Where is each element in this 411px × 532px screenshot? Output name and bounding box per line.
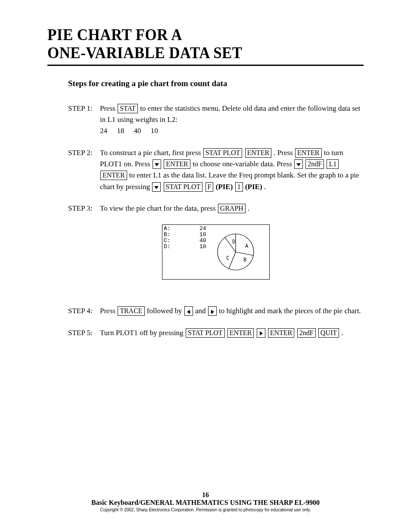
steps-container: STEP 1: Press STAT to enter the statisti… bbox=[68, 103, 364, 339]
step-2: STEP 2: To construct a pie chart, first … bbox=[68, 147, 364, 193]
step-4: STEP 4: Press TRACE followed by and to h… bbox=[68, 305, 364, 317]
key-trace: TRACE bbox=[118, 306, 144, 316]
step-1-label: STEP 1: bbox=[68, 103, 100, 114]
step-4-text-2: followed by bbox=[147, 307, 184, 315]
key-stat-plot: STAT PLOT bbox=[164, 182, 203, 192]
step-3-text-2: . bbox=[248, 204, 249, 212]
step-1: STEP 1: Press STAT to enter the statisti… bbox=[68, 103, 364, 137]
step-2-pie-1: (PIE) bbox=[216, 183, 233, 191]
step-4-text-1: Press bbox=[100, 307, 117, 315]
page-number: 16 bbox=[0, 491, 411, 499]
key-enter: ENTER bbox=[227, 328, 254, 338]
key-2ndf: 2ndF bbox=[297, 328, 316, 338]
key-stat: STAT bbox=[118, 104, 138, 113]
step-2-text-1: To construct a pie chart, first press bbox=[100, 149, 203, 157]
step-2-pie-2: (PIE) bbox=[245, 183, 262, 191]
key-right-arrow-icon bbox=[208, 306, 217, 316]
step-1-text-2: to enter the statistics menu. Delete old… bbox=[100, 104, 360, 124]
svg-marker-2 bbox=[154, 186, 159, 189]
footer-line: Basic Keyboard/GENERAL MATHEMATICS USING… bbox=[0, 499, 411, 507]
calculator-screen: A: B: C: D: 24 18 40 10 A B C D bbox=[162, 224, 270, 280]
page-footer: 16 Basic Keyboard/GENERAL MATHEMATICS US… bbox=[0, 491, 411, 512]
key-down-arrow-icon bbox=[152, 182, 161, 192]
key-1: 1 bbox=[235, 182, 243, 192]
step-3: STEP 3: To view the pie chart for the da… bbox=[68, 203, 364, 214]
key-enter: ENTER bbox=[245, 148, 272, 158]
step-2-label: STEP 2: bbox=[68, 147, 100, 159]
key-stat-plot: STAT PLOT bbox=[186, 328, 225, 338]
step-3-label: STEP 3: bbox=[68, 203, 100, 214]
step-2-text-2: . Press bbox=[274, 149, 295, 157]
slice-label-c: C bbox=[226, 255, 229, 261]
slice-label-a: A bbox=[245, 243, 249, 249]
step-5-text-2: . bbox=[341, 329, 343, 337]
key-f: F bbox=[206, 182, 214, 192]
step-5-text-1: Turn PLOT1 off by pressing bbox=[100, 329, 185, 337]
svg-marker-10 bbox=[260, 331, 263, 336]
key-quit: QUIT bbox=[318, 328, 339, 338]
key-l1: L1 bbox=[327, 159, 339, 169]
key-down-arrow-icon bbox=[294, 159, 303, 169]
key-enter: ENTER bbox=[268, 328, 295, 338]
step-2-text-4: to choose one-variable data. Press bbox=[193, 160, 294, 168]
step-4-label: STEP 4: bbox=[68, 305, 100, 317]
step-4-text-3: and bbox=[195, 307, 208, 315]
svg-line-6 bbox=[229, 252, 236, 269]
svg-line-5 bbox=[236, 252, 253, 255]
slice-label-d: D bbox=[232, 239, 235, 245]
key-enter: ENTER bbox=[100, 171, 127, 180]
key-left-arrow-icon bbox=[184, 306, 193, 316]
svg-marker-9 bbox=[211, 310, 214, 314]
title-rule bbox=[47, 65, 364, 66]
step-1-text-1: Press bbox=[100, 104, 115, 112]
slice-label-b: B bbox=[243, 257, 246, 263]
key-right-arrow-icon bbox=[257, 328, 265, 338]
section-subtitle: Steps for creating a pie chart from coun… bbox=[68, 79, 364, 88]
key-enter: ENTER bbox=[164, 159, 190, 169]
key-graph: GRAPH bbox=[218, 204, 246, 213]
key-stat-plot: STAT PLOT bbox=[203, 148, 243, 158]
step-1-data: 24 18 40 10 bbox=[100, 125, 364, 137]
step-2-text-6: . bbox=[264, 183, 266, 191]
footer-copyright: Copyright © 2002, Sharp Electronics Corp… bbox=[0, 507, 411, 512]
key-enter: ENTER bbox=[295, 148, 322, 158]
svg-marker-8 bbox=[187, 310, 190, 314]
svg-marker-1 bbox=[296, 163, 301, 166]
key-2ndf: 2ndF bbox=[305, 159, 324, 169]
step-5-label: STEP 5: bbox=[68, 327, 100, 339]
pie-chart-icon: A B C D bbox=[162, 225, 269, 279]
step-5: STEP 5: Turn PLOT1 off by pressing STAT … bbox=[68, 327, 364, 339]
key-down-arrow-icon bbox=[153, 159, 161, 169]
step-4-text-4: to highlight and mark the pieces of the … bbox=[219, 307, 361, 315]
svg-marker-0 bbox=[155, 163, 159, 166]
step-3-text-1: To view the pie chart for the data, pres… bbox=[100, 204, 218, 212]
page-title: PIE CHART FOR A ONE-VARIABLE DATA SET bbox=[47, 26, 338, 62]
